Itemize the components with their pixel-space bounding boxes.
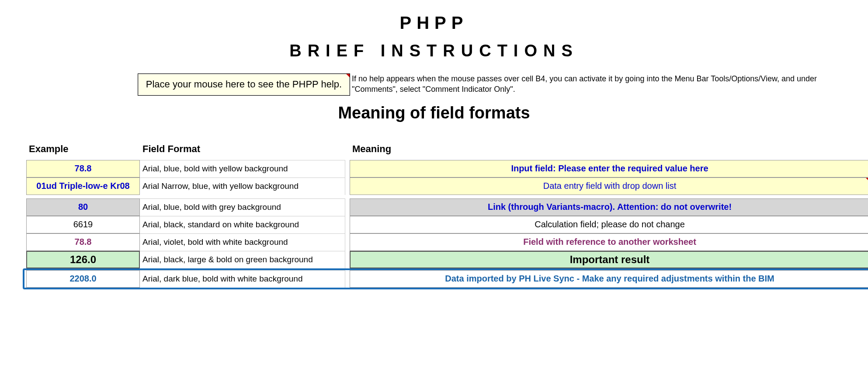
meaning-input-field: Input field: Please enter the required v… bbox=[350, 160, 868, 177]
format-desc: Arial, violet, bold with white backgroun… bbox=[140, 233, 345, 251]
meaning-reference-field: Field with reference to another workshee… bbox=[350, 233, 868, 251]
help-row: Place your mouse here to see the PHPP he… bbox=[138, 73, 855, 96]
format-desc: Arial, black, large & bold on green back… bbox=[140, 251, 345, 268]
meaning-result-field: Important result bbox=[350, 251, 868, 268]
format-desc: Arial, blue, bold with grey background bbox=[140, 198, 345, 216]
format-desc: Arial Narrow, blue, with yellow backgrou… bbox=[140, 177, 345, 195]
section-subtitle: Meaning of field formats bbox=[13, 104, 855, 122]
col-header-example: Example bbox=[26, 140, 140, 160]
highlighted-row: 2208.0 Arial, dark blue, bold with white… bbox=[23, 268, 868, 289]
meaning-calc-field: Calculation field; please do not change bbox=[350, 216, 868, 233]
meaning-link-field: Link (through Variants-macro). Attention… bbox=[350, 198, 868, 216]
col-header-format: Field Format bbox=[140, 140, 350, 160]
example-input-field[interactable]: 78.8 bbox=[26, 160, 140, 177]
page-title-2: BRIEF INSTRUCTIONS bbox=[13, 42, 855, 60]
example-link-field: 80 bbox=[26, 198, 140, 216]
example-livesync-field: 2208.0 bbox=[26, 270, 140, 288]
help-description: If no help appears when the mouse passes… bbox=[350, 73, 855, 95]
page-title-1: PHPP bbox=[13, 13, 855, 33]
example-calc-field: 6619 bbox=[26, 216, 140, 233]
example-dropdown-field[interactable]: 01ud Triple-low-e Kr08 bbox=[26, 177, 140, 195]
format-desc: Arial, black, standard on white backgrou… bbox=[140, 216, 345, 233]
meaning-dropdown-field: Data entry field with drop down list bbox=[350, 177, 868, 195]
format-desc: Arial, dark blue, bold with white backgr… bbox=[140, 270, 345, 288]
help-hover-cell[interactable]: Place your mouse here to see the PHPP he… bbox=[138, 73, 350, 96]
field-format-table: Example Field Format Meaning 78.8 Arial,… bbox=[26, 140, 855, 289]
meaning-livesync-field: Data imported by PH Live Sync - Make any… bbox=[350, 270, 868, 288]
col-header-meaning: Meaning bbox=[350, 140, 868, 160]
example-result-field: 126.0 bbox=[26, 251, 140, 268]
example-reference-field: 78.8 bbox=[26, 233, 140, 251]
format-desc: Arial, blue, bold with yellow background bbox=[140, 160, 345, 177]
